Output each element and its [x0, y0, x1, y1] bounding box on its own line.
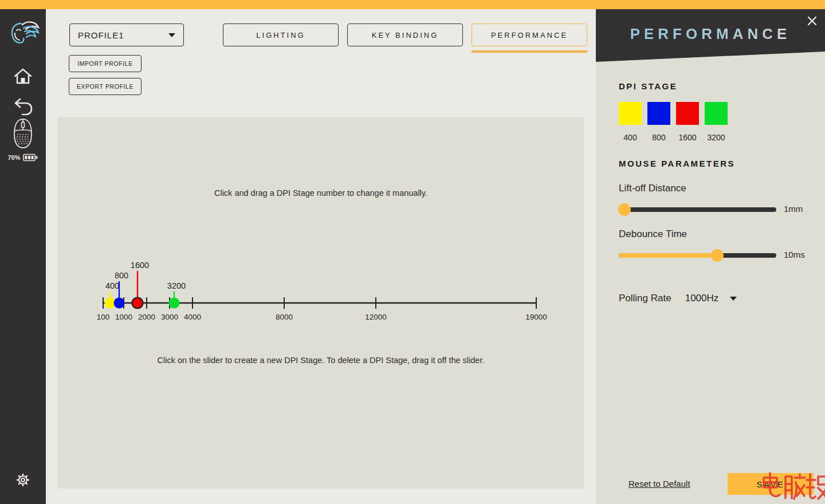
dpi-swatch-400[interactable] — [619, 102, 642, 125]
dpi-stage-number-1600[interactable]: 1600 — [131, 261, 149, 270]
dpi-instruction-top: Click and drag a DPI Stage number to cha… — [57, 188, 584, 198]
mouse-icon[interactable] — [0, 117, 46, 150]
performance-panel: PERFORMANCE DPI STAGE 40080016003200 MOU… — [596, 9, 825, 504]
liftoff-slider: 1mm — [619, 203, 814, 216]
dpi-tick-label: 4000 — [184, 313, 201, 321]
save-button[interactable]: SAVE — [728, 473, 814, 495]
dpi-swatch-value: 3200 — [707, 133, 725, 142]
dpi-swatch-3200[interactable] — [705, 102, 728, 125]
dpi-stage-dot-3200[interactable] — [169, 298, 180, 309]
dpi-tick-label: 12000 — [365, 313, 387, 321]
polling-rate-value[interactable]: 1000Hz — [685, 293, 719, 304]
liftoff-value: 1mm — [784, 204, 803, 214]
dpi-swatch-value: 1600 — [678, 133, 696, 142]
polling-rate-label: Polling Rate — [619, 293, 671, 304]
dpi-tick-label: 1000 — [115, 313, 132, 321]
profile-select[interactable]: PROFILE1 — [69, 23, 184, 46]
tab-key-binding[interactable]: KEY BINDING — [347, 23, 463, 46]
dpi-instruction-bottom: Click on the slider to create a new DPI … — [57, 356, 584, 365]
profile-select-value: PROFILE1 — [78, 30, 168, 40]
dpi-swatch-value: 400 — [623, 133, 637, 142]
close-icon[interactable] — [806, 14, 818, 27]
dpi-editor-panel: Click and drag a DPI Stage number to cha… — [57, 117, 584, 489]
dpi-stage-number-400[interactable]: 400 — [105, 281, 119, 290]
mouse-parameters-heading: MOUSE PARAMETERS — [619, 159, 735, 168]
dpi-stage-heading: DPI STAGE — [619, 81, 677, 91]
dpi-tick-label: 8000 — [276, 313, 293, 321]
settings-gear-icon[interactable] — [0, 471, 46, 489]
dpi-tick-label: 2000 — [138, 313, 155, 321]
polling-rate-row: Polling Rate 1000Hz — [619, 293, 737, 304]
debounce-slider-track[interactable] — [619, 253, 776, 258]
liftoff-slider-track[interactable] — [619, 207, 776, 212]
debounce-slider-fill — [619, 253, 717, 258]
dpi-stage-number-3200[interactable]: 3200 — [167, 281, 186, 290]
dpi-stage-dot-1600[interactable] — [132, 298, 143, 309]
chevron-down-icon — [168, 33, 175, 37]
dpi-stage-dot-800[interactable] — [114, 298, 125, 309]
debounce-slider: 10ms — [619, 249, 814, 262]
dpi-tick-label: 19000 — [525, 313, 547, 321]
export-profile-button[interactable]: EXPORT PROFILE — [69, 78, 142, 95]
dpi-tick-label: 100 — [97, 313, 110, 321]
liftoff-distance-label: Lift-off Distance — [619, 183, 686, 194]
brand-logo-icon — [0, 18, 46, 49]
battery-icon — [23, 153, 38, 162]
liftoff-slider-thumb[interactable] — [618, 203, 631, 216]
dpi-stage-slider[interactable]: 1001000200030004000800012000190004008001… — [57, 117, 584, 489]
reset-to-default-link[interactable]: Reset to Default — [628, 479, 690, 489]
sidebar: 70% — [0, 9, 46, 504]
dpi-stage-number-800[interactable]: 800 — [115, 271, 128, 280]
back-icon[interactable] — [0, 96, 46, 115]
dpi-swatch-value: 800 — [652, 133, 665, 142]
panel-title: PERFORMANCE — [596, 25, 825, 43]
top-accent-bar — [0, 0, 825, 9]
active-tab-underline — [472, 50, 587, 53]
dpi-swatch-row: 40080016003200 — [619, 102, 728, 142]
dpi-swatch-800[interactable] — [647, 102, 670, 125]
dpi-tick-label: 3000 — [161, 313, 178, 321]
tab-lighting[interactable]: LIGHTING — [223, 23, 339, 46]
debounce-value: 10ms — [784, 250, 805, 259]
tab-performance[interactable]: PERFORMANCE — [472, 23, 587, 46]
battery-status: 70% — [0, 152, 46, 163]
import-profile-button[interactable]: IMPORT PROFILE — [69, 55, 142, 72]
polling-chevron-down-icon[interactable] — [730, 297, 737, 301]
main-content: PROFILE1 IMPORT PROFILE EXPORT PROFILE L… — [46, 9, 596, 504]
dpi-swatch-1600[interactable] — [676, 102, 699, 125]
debounce-slider-thumb[interactable] — [711, 249, 724, 262]
home-icon[interactable] — [0, 66, 46, 86]
debounce-time-label: Debounce Time — [619, 229, 687, 240]
battery-percent-label: 70% — [7, 154, 20, 161]
app-window: 70% PROFILE1 IMPORT PROFILE EXPORT PROFI… — [0, 0, 825, 504]
